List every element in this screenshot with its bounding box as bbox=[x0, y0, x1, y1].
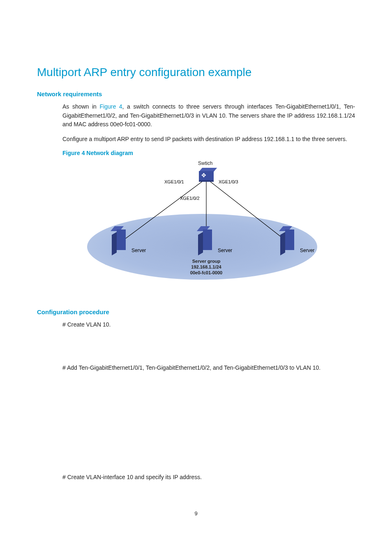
config-steps: # Create VLAN 10. # Add Ten-GigabitEther… bbox=[62, 320, 355, 482]
switch-arrows-icon: ✥ bbox=[201, 172, 206, 178]
figure-link[interactable]: Figure 4 bbox=[99, 103, 122, 110]
port-label-2: XGE1/0/2 bbox=[180, 196, 200, 201]
switch-icon: ✥ bbox=[199, 169, 214, 180]
server-label-3: Server bbox=[300, 248, 314, 253]
step-3: # Create VLAN-interface 10 and specify i… bbox=[62, 473, 355, 482]
server-icon bbox=[280, 229, 296, 253]
server-label-2: Server bbox=[218, 248, 232, 253]
svg-line-2 bbox=[206, 178, 288, 243]
port-label-3: XGE1/0/3 bbox=[219, 179, 238, 184]
section-config-procedure: Configuration procedure bbox=[37, 308, 355, 315]
step-2: # Add Ten-GigabitEthernet1/0/1, Ten-Giga… bbox=[62, 364, 355, 373]
page-title: Multiport ARP entry configuration exampl… bbox=[37, 66, 355, 79]
network-diagram: ✥ Swtich XGE1/0/1 XGE1/0/2 XGE1/0/3 Serv… bbox=[87, 160, 325, 292]
group-ip: 192.168.1.1/24 bbox=[191, 264, 221, 269]
figure-wrap: ✥ Swtich XGE1/0/1 XGE1/0/2 XGE1/0/3 Serv… bbox=[62, 160, 355, 292]
paragraph-2: Configure a multiport ARP entry to send … bbox=[62, 135, 355, 144]
group-mac: 00e0-fc01-0000 bbox=[190, 270, 222, 275]
switch-label: Swtich bbox=[198, 160, 212, 166]
paragraph-1: As shown in Figure 4, a switch connects … bbox=[62, 102, 355, 129]
server-group-label: Server group 192.168.1.1/24 00e0-fc01-00… bbox=[182, 258, 231, 276]
svg-line-0 bbox=[120, 178, 206, 243]
port-label-1: XGE1/0/1 bbox=[164, 179, 184, 184]
section-network-requirements: Network requirements bbox=[37, 90, 355, 97]
paragraph-1-pre: As shown in bbox=[62, 103, 99, 110]
server-icon bbox=[198, 229, 214, 253]
page-number: 9 bbox=[0, 510, 392, 517]
body-block: As shown in Figure 4, a switch connects … bbox=[62, 102, 355, 292]
server-icon bbox=[112, 229, 127, 253]
server-label-1: Server bbox=[131, 248, 146, 253]
step-1: # Create VLAN 10. bbox=[62, 320, 355, 329]
figure-caption: Figure 4 Network diagram bbox=[62, 150, 355, 156]
group-name: Server group bbox=[192, 259, 220, 264]
page-content: Multiport ARP entry configuration exampl… bbox=[0, 0, 392, 504]
